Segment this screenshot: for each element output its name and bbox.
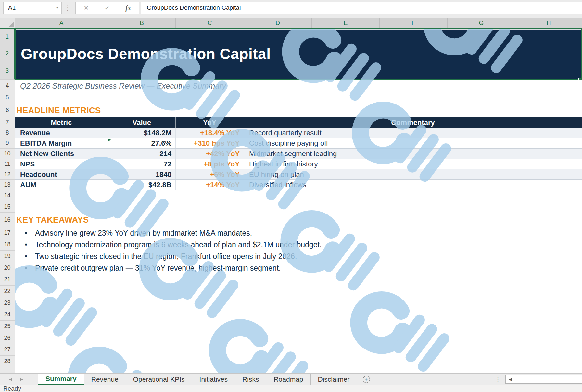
yoy-cell[interactable]: +8 pts YoY [176,159,244,169]
bullet-icon: • [25,239,31,251]
row-header[interactable]: 11 [0,159,15,169]
row-header[interactable]: 18 [0,239,15,251]
table-header-commentary[interactable]: Commentary [244,117,582,128]
table-row: Headcount 1840 +6% YoY EU hiring on plan [15,169,582,180]
row-header[interactable]: 1 [0,29,15,45]
commentary-cell[interactable]: EU hiring on plan [244,169,582,179]
value-cell[interactable]: 1840 [108,169,176,179]
commentary-cell[interactable]: Midmarket segment leading [244,149,582,159]
value-cell[interactable]: 214 [108,149,176,159]
row-header[interactable]: 25 [0,321,15,332]
column-header[interactable]: H [515,18,582,28]
metric-cell[interactable]: Revenue [15,128,108,138]
column-header[interactable]: B [108,18,176,28]
takeaway-text: Two strategic hires closed in the EU reg… [31,251,297,262]
subtitle-cell[interactable]: Q2 2026 Strategic Business Review — Exec… [20,80,226,92]
row-header[interactable]: 8 [0,128,15,138]
name-box[interactable]: A1 ▾ [3,2,62,14]
row-header[interactable]: 21 [0,274,15,286]
takeaway-item[interactable]: • Two strategic hires closed in the EU r… [25,251,544,262]
sheet-grid[interactable]: GroupDocs Demonstration Capital Q2 2026 … [15,29,582,373]
value-cell[interactable]: $148.2M [108,128,176,138]
key-takeaways-heading[interactable]: KEY TAKEAWAYS [16,215,89,225]
row-header[interactable]: 4 [0,80,15,92]
column-header[interactable]: F [380,18,448,28]
hscroll-left-button[interactable]: ◀ [505,375,515,384]
column-header[interactable]: A [15,18,108,28]
column-header[interactable]: D [244,18,312,28]
metric-cell[interactable]: NPS [15,159,108,169]
title-banner-cell[interactable]: GroupDocs Demonstration Capital [15,29,582,80]
row-header[interactable]: 17 [0,227,15,239]
sheet-tab[interactable]: Revenue [84,374,126,385]
name-box-dropdown-icon[interactable]: ▾ [56,2,58,14]
headline-metrics-heading[interactable]: HEADLINE METRICS [16,105,101,116]
insert-function-icon[interactable]: fx [122,4,135,12]
row-header[interactable]: 9 [0,138,15,149]
row-header[interactable]: 16 [0,213,15,227]
row-header[interactable]: 6 [0,103,15,117]
sheet-tab[interactable]: Initiatives [192,374,235,385]
tabbar-resize-handle-icon[interactable]: ⋮ [495,376,501,383]
row-header[interactable]: 15 [0,201,15,213]
cancel-icon[interactable]: ✕ [80,4,93,12]
value-cell[interactable]: $42.8B [108,180,176,190]
commentary-cell[interactable]: Diversified inflows [244,180,582,190]
table-header-row: Metric Value YoY Commentary [15,117,582,128]
yoy-cell[interactable]: +6% YoY [176,169,244,179]
column-header[interactable]: C [176,18,244,28]
row-header[interactable]: 19 [0,251,15,262]
table-header-value[interactable]: Value [108,117,176,128]
value-cell[interactable]: 27.6% [108,138,176,148]
metric-cell[interactable]: AUM [15,180,108,190]
row-header[interactable]: 20 [0,262,15,274]
enter-icon[interactable]: ✓ [101,4,114,12]
formula-bar-drag-handle-icon[interactable]: ⋮ [64,2,71,14]
table-header-metric[interactable]: Metric [15,117,108,128]
row-header[interactable]: 27 [0,344,15,356]
takeaway-item[interactable]: • Private credit outgrew plan — 31% YoY … [25,262,544,274]
row-header[interactable]: 2 [0,45,15,62]
tabs-scroll-left-icon[interactable]: ◂ [9,376,12,383]
row-header[interactable]: 5 [0,92,15,103]
row-header[interactable]: 3 [0,62,15,80]
commentary-cell[interactable]: Cost discipline paying off [244,138,582,148]
commentary-cell[interactable]: Highest in firm history [244,159,582,169]
metric-cell[interactable]: Net New Clients [15,149,108,159]
takeaway-item[interactable]: • Advisory line grew 23% YoY driven by m… [25,227,544,239]
tabs-scroll-right-icon[interactable]: ▸ [20,376,23,383]
sheet-tab[interactable]: Roadmap [266,374,310,385]
yoy-cell[interactable]: +310 bps YoY [176,138,244,148]
row-header[interactable]: 7 [0,117,15,128]
row-header[interactable]: 13 [0,180,15,190]
metric-cell[interactable]: EBITDA Margin [15,138,108,148]
column-header[interactable]: G [448,18,515,28]
horizontal-scrollbar[interactable] [515,375,582,384]
yoy-cell[interactable]: +42% YoY [176,149,244,159]
row-header[interactable]: 23 [0,297,15,309]
column-header[interactable]: E [312,18,380,28]
yoy-cell[interactable]: +14% YoY [176,180,244,190]
row-header[interactable]: 12 [0,169,15,180]
selection-fill-handle[interactable] [578,78,581,80]
row-header[interactable]: 22 [0,286,15,297]
metric-cell[interactable]: Headcount [15,169,108,179]
sheet-tab[interactable]: Risks [235,374,266,385]
row-header[interactable]: 28 [0,356,15,367]
new-sheet-button[interactable]: + [357,374,375,385]
row-header[interactable]: 24 [0,309,15,321]
yoy-cell[interactable]: +18.4% YoY [176,128,244,138]
sheet-tab[interactable]: Disclaimer [311,374,357,385]
table-header-yoy[interactable]: YoY [176,117,244,128]
sheet-tab[interactable]: Summary [38,374,84,385]
row-header[interactable]: 26 [0,332,15,344]
sheet-tab[interactable]: Operational KPIs [126,374,192,385]
row-header[interactable]: 10 [0,149,15,159]
value-cell[interactable]: 72 [108,159,176,169]
formula-input[interactable]: GroupDocs Demonstration Capital [141,2,582,14]
row-header[interactable]: 14 [0,190,15,201]
select-all-button[interactable] [0,18,15,29]
takeaway-item[interactable]: • Technology modernization program is 6 … [25,239,544,251]
tab-navigation: ◂ ▸ [0,374,38,385]
commentary-cell[interactable]: Record quarterly result [244,128,582,138]
